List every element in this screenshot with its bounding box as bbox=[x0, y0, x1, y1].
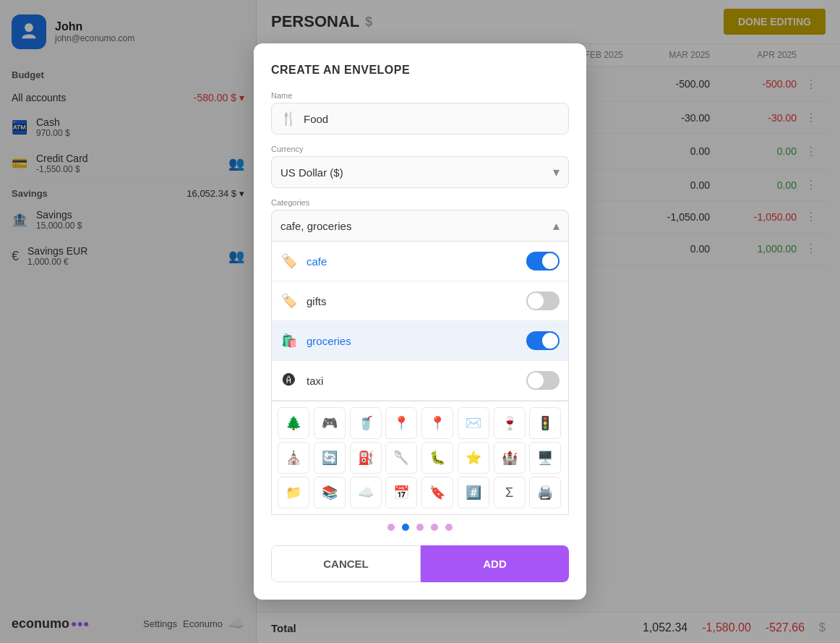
tag-icon-groceries: 🛍️ bbox=[280, 333, 298, 349]
icon-cell[interactable]: Σ bbox=[494, 477, 526, 508]
icon-cell[interactable]: ⛪ bbox=[278, 442, 309, 474]
icon-cell[interactable]: #️⃣ bbox=[458, 477, 489, 508]
tag-icon-taxi: 🅐 bbox=[280, 373, 298, 388]
currency-value: US Dollar ($) bbox=[280, 166, 343, 179]
icon-cell[interactable]: 📁 bbox=[278, 477, 309, 508]
name-input[interactable] bbox=[304, 113, 560, 125]
tag-icon-gifts: 🏷️ bbox=[280, 293, 298, 309]
dot-4[interactable] bbox=[431, 524, 438, 531]
category-name-cafe: cafe bbox=[307, 255, 518, 268]
toggle-groceries[interactable] bbox=[526, 331, 560, 350]
dot-2[interactable] bbox=[402, 524, 409, 531]
icon-cell[interactable]: 🔖 bbox=[421, 477, 453, 508]
category-name-gifts: gifts bbox=[307, 295, 518, 307]
icon-cell[interactable]: 📍 bbox=[421, 407, 453, 439]
toggle-taxi[interactable] bbox=[526, 371, 560, 390]
dot-5[interactable] bbox=[445, 524, 453, 531]
cancel-button[interactable]: CANCEL bbox=[271, 545, 421, 582]
category-item-cafe[interactable]: 🏷️ cafe bbox=[272, 242, 568, 281]
icon-cell[interactable]: 🐛 bbox=[421, 442, 453, 474]
categories-label: Categories bbox=[271, 198, 569, 207]
dot-3[interactable] bbox=[416, 524, 424, 531]
categories-list: 🏷️ cafe 🏷️ gifts 🛍️ gro bbox=[271, 242, 569, 401]
icon-cell[interactable]: ✉️ bbox=[458, 407, 489, 439]
icon-cell[interactable]: 🍷 bbox=[494, 407, 526, 439]
categories-field: Categories cafe, groceries 🏷️ cafe 🏷️ g bbox=[271, 198, 569, 515]
name-input-row: 🍴 bbox=[271, 103, 569, 135]
utensils-icon: 🍴 bbox=[280, 111, 296, 127]
icon-cell[interactable]: 📍 bbox=[385, 407, 417, 439]
chevron-up-icon bbox=[553, 218, 560, 234]
icon-grid: 🌲 🎮 🥤 📍 📍 ✉️ 🍷 🚦 ⛪ 🔄 ⛽ 🥄 🐛 ⭐ 🏰 🖥️ 📁 📚 ☁️ bbox=[271, 401, 569, 515]
icon-cell[interactable]: 🥤 bbox=[350, 407, 382, 439]
category-name-taxi: taxi bbox=[307, 375, 518, 387]
icon-cell[interactable]: ☁️ bbox=[350, 477, 382, 508]
currency-select[interactable]: US Dollar ($) bbox=[271, 156, 569, 188]
pagination-dots bbox=[271, 515, 569, 540]
tag-icon-cafe: 🏷️ bbox=[280, 253, 298, 269]
currency-field: Currency US Dollar ($) bbox=[271, 145, 569, 188]
name-label: Name bbox=[271, 91, 569, 100]
icon-cell[interactable]: 🌲 bbox=[278, 407, 309, 439]
icon-cell[interactable]: 🎮 bbox=[314, 407, 346, 439]
category-name-groceries: groceries bbox=[307, 335, 518, 347]
dot-1[interactable] bbox=[387, 524, 395, 531]
currency-label: Currency bbox=[271, 145, 569, 153]
toggle-cafe[interactable] bbox=[526, 252, 560, 271]
icon-cell[interactable]: 🔄 bbox=[314, 442, 346, 474]
icon-cell[interactable]: 📅 bbox=[385, 477, 417, 508]
icon-cell[interactable]: 🥄 bbox=[385, 442, 417, 474]
categories-header[interactable]: cafe, groceries bbox=[271, 210, 569, 242]
modal-buttons: CANCEL ADD bbox=[271, 545, 569, 582]
category-item-gifts[interactable]: 🏷️ gifts bbox=[272, 281, 568, 321]
chevron-down-icon bbox=[553, 164, 560, 180]
toggle-gifts[interactable] bbox=[526, 291, 560, 310]
add-button[interactable]: ADD bbox=[421, 545, 569, 582]
category-item-taxi[interactable]: 🅐 taxi bbox=[272, 361, 568, 401]
icon-cell[interactable]: ⛽ bbox=[350, 442, 382, 474]
icon-cell[interactable]: 📚 bbox=[314, 477, 346, 508]
category-item-groceries[interactable]: 🛍️ groceries bbox=[272, 321, 568, 361]
icon-cell[interactable]: 🏰 bbox=[494, 442, 526, 474]
icon-cell[interactable]: 🚦 bbox=[529, 407, 561, 439]
icon-cell[interactable]: 🖨️ bbox=[529, 477, 561, 508]
categories-value: cafe, groceries bbox=[280, 220, 351, 232]
name-field: Name 🍴 bbox=[271, 91, 569, 135]
modal-overlay: CREATE AN ENVELOPE Name 🍴 Currency US Do… bbox=[0, 0, 840, 643]
modal-title: CREATE AN ENVELOPE bbox=[271, 64, 569, 77]
icon-cell[interactable]: ⭐ bbox=[458, 442, 489, 474]
create-envelope-modal: CREATE AN ENVELOPE Name 🍴 Currency US Do… bbox=[254, 43, 586, 600]
icon-cell[interactable]: 🖥️ bbox=[529, 442, 561, 474]
